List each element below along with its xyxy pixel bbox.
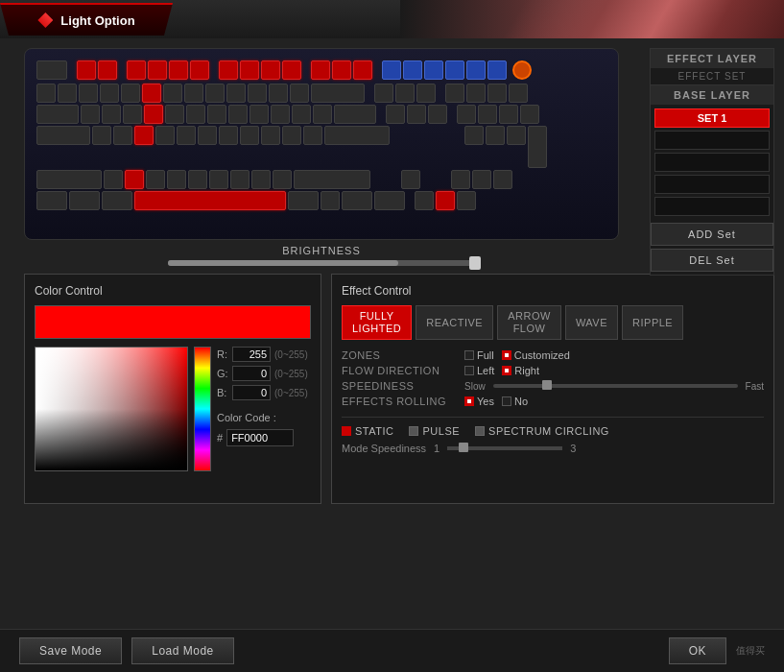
mode-speediness: Mode Speediness 1 3	[342, 443, 764, 454]
b-range: (0~255)	[274, 388, 308, 398]
watermark: 值得买	[736, 644, 765, 658]
tab-decoration	[37, 12, 53, 28]
static-dot	[342, 426, 351, 436]
color-gradient-inner	[36, 348, 187, 470]
zones-customized-label: Customized	[514, 349, 570, 361]
rolling-yes-option[interactable]: Yes	[464, 396, 494, 407]
g-input-row: G: (0~255)	[217, 366, 311, 381]
zones-options: Full Customized	[464, 349, 764, 361]
speed-fast-label: Fast	[746, 381, 764, 392]
speed-slider-track[interactable]	[493, 384, 738, 388]
bottom-panels: Color Control R: (0~255) G: (0~2	[24, 274, 774, 504]
effects-rolling-label: EFFECTS ROLLING	[342, 396, 457, 407]
rolling-yes-radio[interactable]	[464, 396, 474, 406]
effect-settings: ZONES Full Customized FLOW DIRECTION	[342, 349, 764, 407]
bottom-left-buttons: Save Mode Load Mode	[19, 637, 234, 664]
flow-right-option[interactable]: Right	[502, 365, 539, 376]
ok-button[interactable]: OK	[669, 637, 726, 664]
main-content: EFFECT LAYER EFFECT SET BASE LAYER SET 1…	[0, 38, 784, 672]
color-preview	[35, 305, 311, 339]
keyboard-display	[24, 48, 619, 240]
color-gradient[interactable]	[35, 347, 188, 471]
color-code-label: Color Code :	[217, 412, 276, 423]
speediness-options: Slow Fast	[464, 380, 764, 392]
speed-slider-thumb	[542, 380, 552, 390]
zones-label: ZONES	[342, 349, 457, 361]
bottom-bar: Save Mode Load Mode OK 值得买	[0, 629, 784, 672]
keyboard-section: ↻	[10, 48, 774, 266]
flow-direction-label: FLOW DIRECTION	[342, 365, 457, 376]
spectrum-dot	[475, 426, 485, 436]
spectrum-label: SPECTRUM CIRCLING	[488, 425, 609, 437]
rolling-yes-label: Yes	[477, 396, 494, 407]
color-code-row: Color Code :	[217, 412, 311, 423]
flow-left-radio[interactable]	[464, 366, 474, 375]
bottom-options: STATIC PULSE SPECTRUM CIRCLING	[342, 417, 764, 437]
r-input[interactable]	[232, 347, 271, 362]
r-label: R:	[217, 348, 228, 360]
rolling-no-label: No	[514, 396, 528, 407]
tab-fully-lighted[interactable]: FULLYLIGHTED	[342, 305, 412, 340]
flow-left-label: Left	[477, 365, 494, 376]
flow-direction-options: Left Right	[464, 365, 764, 376]
effect-control-panel: Effect Control FULLYLIGHTED REACTIVE ARR…	[331, 274, 774, 504]
flow-right-label: Right	[514, 365, 539, 376]
rgb-inputs: R: (0~255) G: (0~255) B: (0~255)	[217, 347, 311, 471]
pulse-option[interactable]: PULSE	[409, 425, 460, 437]
tab-ripple[interactable]: RIPPLE	[622, 305, 683, 340]
b-input[interactable]	[232, 385, 271, 400]
rolling-no-option[interactable]: No	[502, 396, 528, 407]
pulse-label: PULSE	[422, 425, 460, 437]
save-mode-button[interactable]: Save Mode	[19, 637, 122, 664]
light-option-tab[interactable]: Light Option	[0, 3, 173, 36]
color-code-input[interactable]	[226, 429, 294, 446]
hash-symbol: #	[217, 432, 223, 444]
pulse-dot	[409, 426, 418, 436]
zones-customized-radio[interactable]	[502, 350, 511, 360]
r-input-row: R: (0~255)	[217, 347, 311, 362]
rolling-no-radio[interactable]	[502, 396, 511, 406]
g-range: (0~255)	[274, 369, 308, 379]
mode-speediness-label: Mode Speediness	[342, 443, 426, 454]
tab-wave[interactable]: WAVE	[565, 305, 618, 340]
mode-speed-min: 1	[434, 443, 440, 454]
brightness-thumb	[469, 256, 481, 270]
spectrum-option[interactable]: SPECTRUM CIRCLING	[475, 425, 609, 437]
color-control-panel: Color Control R: (0~255) G: (0~2	[24, 274, 321, 504]
mode-speed-thumb	[459, 443, 468, 452]
hue-slider[interactable]	[194, 347, 211, 471]
g-input[interactable]	[232, 366, 271, 381]
tab-reactive[interactable]: REACTIVE	[416, 305, 493, 340]
zones-full-option[interactable]: Full	[464, 349, 494, 361]
tab-label: Light Option	[60, 13, 134, 28]
color-picker-area: R: (0~255) G: (0~255) B: (0~255)	[35, 347, 311, 471]
static-label: STATIC	[355, 425, 393, 437]
brightness-label: BRIGHTNESS	[282, 245, 361, 256]
flow-right-radio[interactable]	[502, 366, 511, 375]
brightness-fill	[168, 260, 398, 266]
zones-full-radio[interactable]	[464, 350, 474, 360]
effects-rolling-options: Yes No	[464, 396, 764, 407]
r-range: (0~255)	[274, 349, 308, 360]
b-input-row: B: (0~255)	[217, 385, 311, 400]
static-option[interactable]: STATIC	[342, 425, 393, 437]
b-label: B:	[217, 387, 228, 398]
effect-tabs: FULLYLIGHTED REACTIVE ARROWFLOW WAVE RIP…	[342, 305, 764, 340]
bottom-right: OK 值得买	[669, 637, 765, 664]
flow-left-option[interactable]: Left	[464, 365, 494, 376]
speed-slow-label: Slow	[464, 381, 486, 392]
mode-speed-max: 3	[570, 443, 576, 454]
zones-customized-option[interactable]: Customized	[502, 349, 570, 361]
tab-arrow-flow[interactable]: ARROWFLOW	[497, 305, 561, 340]
brightness-section: BRIGHTNESS	[24, 245, 619, 266]
speediness-label: SPEEDINESS	[342, 380, 457, 392]
g-label: G:	[217, 368, 228, 379]
zones-full-label: Full	[477, 349, 494, 361]
color-control-title: Color Control	[35, 284, 311, 298]
load-mode-button[interactable]: Load Mode	[131, 637, 234, 664]
top-bar: Light Option	[0, 0, 784, 38]
brightness-slider[interactable]	[168, 260, 475, 266]
effect-control-title: Effect Control	[342, 284, 764, 298]
mode-speed-slider[interactable]	[447, 446, 562, 450]
keyboard-visual	[25, 49, 618, 224]
